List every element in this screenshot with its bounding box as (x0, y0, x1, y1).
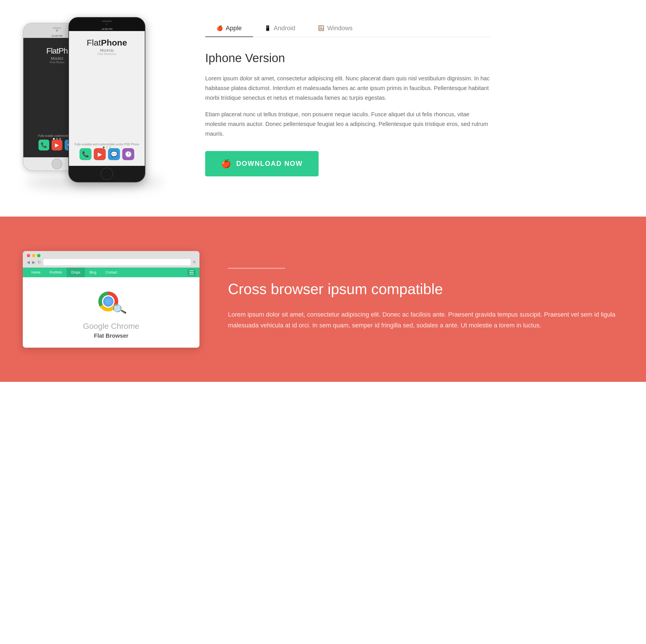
phone-showcase: 14:06 PM FlatPh MockU Free Resou Fully-s… (17, 17, 177, 194)
download-label: DOWNLOAD NOW (236, 159, 303, 168)
browser-nav-blog[interactable]: Blog (85, 267, 101, 277)
browser-address-bar[interactable] (43, 259, 191, 265)
flat-text-black: Flat (87, 38, 101, 47)
tab-android[interactable]: 📱 Android (253, 20, 307, 37)
browser-nav-portfolio[interactable]: Portfolio (45, 267, 67, 277)
browser-flat-browser-label: Flat Browser (94, 333, 128, 339)
browser-body: 🔍 Google Chrome Flat Browser (23, 277, 200, 348)
download-button[interactable]: 🍎 DOWNLOAD NOW (205, 151, 319, 177)
section-bottom-heading: Cross browser ipsum compatible (228, 280, 623, 298)
browser-dots-row (27, 254, 196, 257)
browser-dot-yellow (32, 254, 35, 257)
home-btn-white (51, 158, 63, 169)
icon-phone-white: 📞 (38, 140, 49, 150)
speaker-white (53, 27, 61, 29)
status-bar-black: 14:06 PM (69, 27, 145, 31)
hamburger-line-3 (189, 274, 194, 275)
content-para2: Etiam placerat nunc ut tellus tristique,… (205, 109, 490, 138)
tab-apple[interactable]: 🍎 Apple (205, 20, 253, 37)
browser-window: ◀ ▶ ↻ ≡ Home Portfolio Drops Blog Contac… (23, 251, 200, 348)
phone-text-black: Phone (101, 38, 127, 47)
browser-back-icon[interactable]: ◀ (27, 260, 30, 264)
browser-nav-drops[interactable]: Drops (67, 267, 85, 277)
section-bottom-divider (228, 268, 285, 269)
icon-play-black: ▶ (94, 148, 106, 160)
content-title: Iphone Version (205, 51, 490, 65)
browser-navbar: Home Portfolio Drops Blog Contact (23, 267, 200, 277)
browser-refresh-icon[interactable]: ↻ (37, 260, 41, 264)
camera-black (106, 23, 108, 25)
phone-black: 14:06 PM FlatPhone MockUp Free Resource … (69, 17, 145, 182)
app-icons-black: 📞 ▶ 💬 🕐 (80, 148, 134, 160)
section-bottom: ◀ ▶ ↻ ≡ Home Portfolio Drops Blog Contac… (0, 217, 646, 382)
browser-google-chrome-label: Google Chrome (83, 322, 139, 331)
top-area-black (69, 18, 145, 27)
section-bottom-paragraph: Lorem ipsum dolor sit amet, consectetur … (228, 309, 623, 331)
apple-tab-icon: 🍎 (217, 25, 223, 31)
icon-clock-black: 🕐 (122, 148, 134, 160)
browser-nav-contact[interactable]: Contact (101, 267, 122, 277)
speaker-black (102, 20, 112, 22)
icon-chat-black: 💬 (108, 148, 120, 160)
tab-apple-label: Apple (226, 24, 242, 32)
browser-mockup-wrap: ◀ ▶ ↻ ≡ Home Portfolio Drops Blog Contac… (23, 251, 200, 348)
section-top: 14:06 PM FlatPh MockU Free Resou Fully-s… (0, 0, 646, 217)
tab-windows[interactable]: 🪟 Windows (307, 20, 364, 37)
browser-dot-green (37, 254, 40, 257)
hamburger-line-2 (189, 272, 194, 273)
icon-play-white: ▶ (51, 140, 63, 150)
camera-white (56, 29, 58, 32)
browser-forward-icon[interactable]: ▶ (32, 260, 35, 264)
browser-logo-area: 🔍 (97, 289, 125, 317)
icon-phone-black: 📞 (80, 148, 92, 160)
hamburger-line-1 (189, 271, 194, 271)
app-title-white: FlatPh MockU Free Resou (46, 46, 68, 64)
mockup-white: MockU (46, 56, 68, 61)
tab-bar: 🍎 Apple 📱 Android 🪟 Windows (205, 20, 490, 37)
windows-tab-icon: 🪟 (318, 25, 324, 31)
app-title-black: FlatPhone MockUp Free Resource (87, 38, 127, 56)
browser-nav-home[interactable]: Home (27, 267, 45, 277)
browser-dot-red (27, 254, 30, 257)
browser-menu-icon[interactable]: ≡ (193, 259, 196, 265)
download-apple-icon: 🍎 (221, 159, 232, 169)
right-text-panel: Cross browser ipsum compatible Lorem ips… (228, 268, 623, 331)
tab-android-label: Android (274, 24, 295, 32)
home-btn-black (101, 168, 113, 180)
content-para1: Lorem ipsum dolor sit amet, consectetur … (205, 74, 490, 103)
screen-black: FlatPhone MockUp Free Resource Fully-sca… (69, 31, 145, 166)
flat-text-white: FlatPh (46, 46, 68, 55)
tab-windows-label: Windows (327, 24, 352, 32)
description-black: Fully-scalable and customizable vector P… (75, 142, 139, 146)
free-white: Free Resou (46, 61, 68, 64)
mockup-black: MockUp (87, 48, 127, 52)
content-panel: 🍎 Apple 📱 Android 🪟 Windows Iphone Versi… (205, 17, 490, 177)
free-black: Free Resource (87, 52, 127, 56)
browser-nav-row: ◀ ▶ ↻ ≡ (27, 259, 196, 265)
android-tab-icon: 📱 (264, 25, 271, 31)
browser-chrome-bar: ◀ ▶ ↻ ≡ (23, 251, 200, 267)
browser-hamburger-icon[interactable] (188, 269, 196, 276)
